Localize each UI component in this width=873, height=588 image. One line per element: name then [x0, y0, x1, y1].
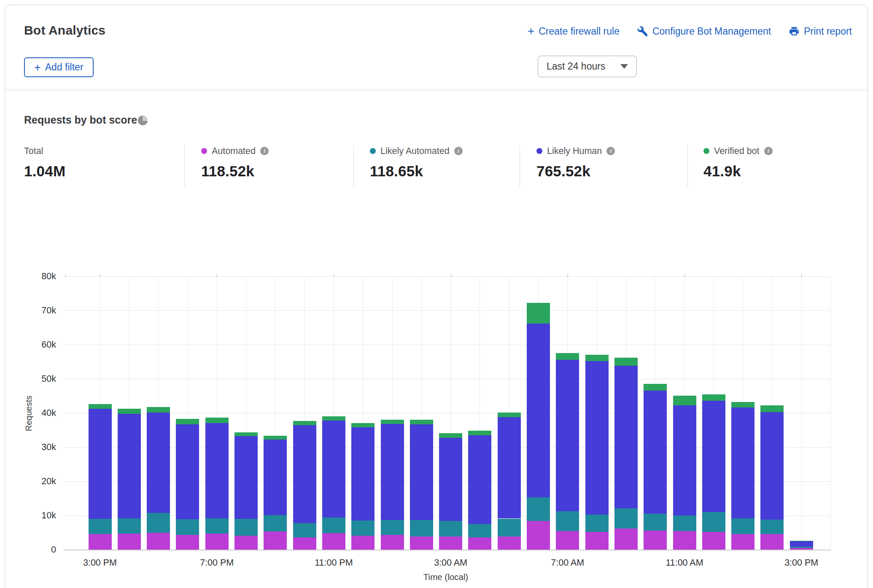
bar-segment-likely-automated[interactable] [205, 518, 229, 534]
bar-1000am[interactable] [644, 384, 667, 550]
info-icon[interactable]: i [764, 147, 773, 155]
bar-segment-likely-automated[interactable] [644, 514, 667, 531]
bar-segment-automated[interactable] [644, 531, 667, 550]
bar-segment-verified-bot[interactable] [351, 423, 375, 428]
bar-1100am[interactable] [673, 396, 696, 550]
bar-segment-likely-human[interactable] [439, 438, 462, 521]
bar-segment-verified-bot[interactable] [644, 384, 667, 391]
time-range-select[interactable]: Last 24 hours [538, 56, 637, 77]
bar-segment-verified-bot[interactable] [147, 407, 170, 413]
bar-segment-automated[interactable] [147, 533, 170, 550]
bar-segment-automated[interactable] [585, 532, 609, 550]
bar-segment-likely-automated[interactable] [293, 523, 316, 537]
bar-segment-verified-bot[interactable] [760, 405, 784, 412]
bar-segment-automated[interactable] [264, 531, 287, 550]
print-report-link[interactable]: Print report [789, 26, 852, 37]
bar-segment-automated[interactable] [176, 535, 199, 550]
bar-500pm[interactable] [147, 407, 170, 550]
bar-segment-likely-human[interactable] [760, 412, 784, 520]
bar-segment-automated[interactable] [351, 536, 375, 550]
bar-segment-likely-automated[interactable] [468, 524, 491, 537]
bar-segment-likely-human[interactable] [322, 421, 345, 518]
bar-segment-likely-human[interactable] [614, 366, 638, 509]
bar-segment-likely-human[interactable] [498, 417, 521, 519]
bar-segment-verified-bot[interactable] [673, 396, 696, 405]
bar-segment-automated[interactable] [527, 521, 550, 550]
bar-300am[interactable] [439, 433, 462, 550]
bar-segment-likely-human[interactable] [790, 541, 813, 547]
bar-segment-likely-automated[interactable] [702, 512, 725, 532]
bar-segment-automated[interactable] [702, 532, 725, 550]
bar-segment-automated[interactable] [614, 529, 638, 550]
bar-segment-likely-human[interactable] [468, 435, 491, 524]
bar-700am[interactable] [556, 353, 579, 550]
bar-segment-verified-bot[interactable] [731, 402, 754, 407]
bar-segment-likely-human[interactable] [731, 407, 754, 518]
bar-segment-verified-bot[interactable] [381, 420, 404, 424]
add-filter-button[interactable]: + Add filter [24, 57, 94, 77]
bar-900pm[interactable] [264, 436, 287, 550]
bar-segment-likely-automated[interactable] [731, 518, 754, 534]
info-icon[interactable]: i [454, 147, 463, 155]
bar-600pm[interactable] [176, 419, 199, 550]
bar-segment-likely-automated[interactable] [790, 547, 813, 548]
bar-segment-likely-automated[interactable] [673, 515, 696, 531]
bar-500am[interactable] [498, 413, 521, 550]
bar-segment-automated[interactable] [410, 537, 433, 550]
bar-segment-likely-human[interactable] [264, 440, 287, 515]
bar-900am[interactable] [614, 358, 638, 550]
bar-segment-automated[interactable] [498, 537, 521, 550]
bar-800am[interactable] [585, 355, 609, 550]
bar-segment-automated[interactable] [381, 535, 404, 550]
bar-200am[interactable] [410, 420, 433, 550]
bar-segment-likely-automated[interactable] [264, 515, 287, 532]
bar-segment-automated[interactable] [760, 534, 784, 550]
bar-segment-verified-bot[interactable] [264, 436, 287, 440]
bar-segment-likely-automated[interactable] [89, 519, 112, 534]
bar-segment-likely-human[interactable] [234, 436, 258, 519]
bar-segment-likely-automated[interactable] [147, 513, 170, 533]
bar-segment-automated[interactable] [205, 534, 229, 550]
bar-segment-verified-bot[interactable] [234, 432, 258, 436]
bar-segment-automated[interactable] [89, 534, 112, 550]
bar-segment-likely-human[interactable] [410, 424, 433, 520]
bar-segment-likely-automated[interactable] [410, 520, 433, 537]
bar-segment-automated[interactable] [468, 537, 491, 550]
bar-segment-likely-human[interactable] [351, 427, 375, 521]
bar-segment-likely-human[interactable] [673, 405, 696, 516]
bar-segment-likely-human[interactable] [89, 409, 112, 519]
bar-segment-verified-bot[interactable] [702, 394, 725, 400]
bar-300pm[interactable] [89, 404, 112, 550]
bar-segment-verified-bot[interactable] [293, 421, 316, 426]
bar-segment-automated[interactable] [731, 534, 754, 550]
bar-segment-automated[interactable] [673, 531, 696, 550]
bar-segment-verified-bot[interactable] [439, 433, 462, 438]
bar-segment-likely-human[interactable] [118, 414, 141, 518]
bar-segment-verified-bot[interactable] [410, 420, 433, 424]
bar-segment-verified-bot[interactable] [498, 413, 521, 417]
bar-segment-likely-human[interactable] [644, 391, 667, 514]
bar-segment-likely-automated[interactable] [556, 511, 579, 531]
bar-segment-likely-automated[interactable] [381, 520, 404, 535]
bar-segment-likely-automated[interactable] [439, 521, 462, 536]
bar-segment-verified-bot[interactable] [614, 358, 638, 366]
bar-segment-likely-automated[interactable] [322, 518, 345, 533]
configure-bot-management-link[interactable]: Configure Bot Management [637, 26, 771, 37]
bar-400pm[interactable] [118, 409, 141, 550]
bar-segment-likely-human[interactable] [293, 425, 316, 523]
bar-segment-likely-automated[interactable] [234, 519, 258, 536]
bar-segment-likely-human[interactable] [176, 424, 199, 519]
bar-segment-likely-automated[interactable] [176, 519, 199, 535]
bar-1100pm[interactable] [322, 416, 345, 550]
bar-segment-likely-human[interactable] [205, 423, 229, 518]
bar-segment-verified-bot[interactable] [205, 418, 229, 423]
create-firewall-rule-link[interactable]: + Create firewall rule [528, 26, 620, 37]
bar-segment-likely-human[interactable] [527, 324, 550, 497]
bar-segment-likely-automated[interactable] [118, 518, 141, 534]
bar-segment-verified-bot[interactable] [176, 419, 199, 424]
bar-segment-automated[interactable] [556, 531, 579, 550]
bar-segment-automated[interactable] [439, 537, 462, 550]
bar-1200am[interactable] [351, 423, 375, 550]
bar-segment-automated[interactable] [322, 533, 345, 550]
bar-600am[interactable] [527, 303, 550, 550]
